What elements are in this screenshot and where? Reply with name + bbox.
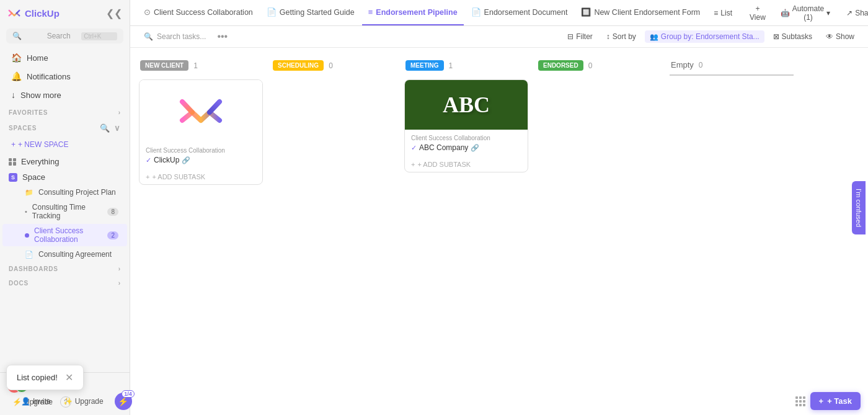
dashboards-chevron: › [118,266,121,272]
sidebar-item-space[interactable]: S Space [0,169,130,185]
filter-label: Filter [576,32,593,41]
link-icon: 🔗 [182,156,190,164]
sidebar-item-consulting-agreement[interactable]: 📄 Consulting Agreement [2,248,127,261]
plus-icon: + [11,140,16,149]
tab-label: Endorsement Document [484,8,568,17]
search-shortcut: Ctrl+K [81,32,117,40]
tab-endorsement-document[interactable]: 📄 Endorsement Document [465,0,574,25]
eye-icon: 👁 [826,32,833,41]
search-icon: 🔍 [12,32,43,40]
form-icon: 🔲 [581,7,591,17]
app-logo[interactable]: ClickUp [7,6,60,20]
spaces-search-icon[interactable]: 🔍 [100,123,110,133]
add-subtask-clickup[interactable]: + + ADD SUBTASK [140,169,262,184]
tab-client-success-collaboration[interactable]: ⊙ Client Success Collaboration [138,0,259,25]
bottom-left: 👤 Invite ✨ Upgrade ⚡ 1/4 [7,393,132,410]
sidebar-collapse-button[interactable]: ❮❮ [106,7,122,19]
filter-button[interactable]: ⊟ Filter [562,30,598,43]
search-tasks-input[interactable]: 🔍 Search tasks... [139,30,211,43]
docs-section[interactable]: DOCS › [0,276,130,290]
tab-endorsement-pipeline[interactable]: ≡ Endorsement Pipeline [362,0,464,25]
show-button[interactable]: 👁 Show [821,30,859,43]
client-success-count: 2 [107,231,118,239]
tab-new-client-endorsement-form[interactable]: 🔲 New Client Endorsement Form [575,0,706,25]
search-placeholder: Search [47,32,78,40]
column-count-endorsed: 0 [588,61,593,70]
sidebar-item-consulting-time-tracking[interactable]: • Consulting Time Tracking 8 [2,200,127,223]
card-image-clickup [140,80,262,142]
bottom-right: + + Task [795,392,861,410]
tab-getting-started-guide[interactable]: 📄 Getting Started Guide [260,0,361,25]
group-by-button[interactable]: 👥 Group by: Endorsement Sta... [645,30,764,43]
circle-dot-icon: ⊙ [144,7,151,17]
bottom-invite-button[interactable]: 👤 Invite [16,395,56,408]
add-task-button[interactable]: + + Task [810,392,861,410]
logo-text: ClickUp [25,8,60,19]
new-space-button[interactable]: + + NEW SPACE [6,138,123,151]
add-task-label: + Task [827,396,852,406]
add-subtask-abc[interactable]: + + ADD SUBTASK [405,157,528,172]
tab-label: Getting Started Guide [280,8,355,17]
feedback-tab[interactable]: I'm confused [852,181,866,234]
doc-icon: 📄 [25,251,33,259]
show-label: Show [836,32,854,41]
bottom-upgrade-label: Upgrade [75,397,104,406]
bolt-button[interactable]: ⚡ 1/4 [115,393,132,410]
list-button[interactable]: ≡ List [709,6,737,20]
column-endorsed: ENDORSED 0 [537,56,661,406]
favorites-section-header: FAVORITES › [0,104,130,118]
view-label: + View [750,4,766,22]
empty-column-label: Empty [671,60,694,69]
grid-dots-button[interactable] [795,396,805,406]
card-title-row-abc: ✓ ABC Company 🔗 [411,143,521,152]
feedback-label: I'm confused [855,188,862,226]
sidebar-item-consulting-project-plan[interactable]: 📁 Consulting Project Plan [2,185,127,199]
subtasks-button[interactable]: ⊠ Subtasks [768,30,817,43]
toast-close-button[interactable]: ✕ [65,372,73,383]
toast-notification: List copied! ✕ [6,365,84,390]
more-options-button[interactable]: ••• [215,31,230,42]
add-icon: + [146,173,149,181]
sidebar-item-everything[interactable]: Everything [0,154,130,169]
chevron-down-icon: ↓ [11,90,16,100]
column-content-new-client: Client Success Collaboration ✓ ClickUp 🔗… [139,79,263,185]
spaces-actions: 🔍 ∨ [100,123,121,133]
spaces-chevron[interactable]: ∨ [114,123,121,133]
column-new-client: NEW CLIENT 1 [139,56,263,406]
card-title-clickup: ClickUp [154,156,179,164]
share-button[interactable]: ↗ Share [840,6,868,20]
card-title-row-clickup: ✓ ClickUp 🔗 [146,156,256,164]
status-badge-endorsed: ENDORSED [538,60,583,71]
consulting-agreement-label: Consulting Agreement [38,250,112,259]
card-abc[interactable]: ABC Client Success Collaboration ✓ ABC C… [404,79,528,172]
tab-label: New Client Endorsement Form [594,8,700,17]
sidebar-search[interactable]: 🔍 Search Ctrl+K [6,29,123,43]
everything-label: Everything [21,157,59,166]
sort-icon: ↕ [606,32,610,41]
top-nav: ⊙ Client Success Collaboration 📄 Getting… [130,0,868,26]
sidebar-item-client-success[interactable]: Client Success Collaboration 2 [2,224,127,246]
add-icon: + [411,161,415,168]
sidebar-item-home[interactable]: 🏠 Home [2,49,127,66]
consulting-time-tracking-label: Consulting Time Tracking [32,203,103,220]
add-view-button[interactable]: + View [742,2,771,24]
card-clickup[interactable]: Client Success Collaboration ✓ ClickUp 🔗… [139,79,263,185]
favorites-chevron[interactable]: › [118,109,121,116]
sort-button[interactable]: ↕ Sort by [601,30,641,43]
search-tasks-placeholder: Search tasks... [157,32,206,41]
column-content-meeting: ABC Client Success Collaboration ✓ ABC C… [404,79,528,172]
folder-icon: 📁 [25,189,33,197]
sidebar-item-show-more[interactable]: ↓ Show more [2,86,127,104]
client-success-label: Client Success Collaboration [34,226,102,244]
column-header-endorsed: ENDORSED 0 [537,56,661,74]
sidebar-item-notifications[interactable]: 🔔 Notifications [2,68,127,85]
automate-button[interactable]: 🤖 Automate (1) ▾ [776,2,835,24]
add-subtask-label: + ADD SUBTASK [152,173,205,181]
bottom-upgrade-button[interactable]: ✨ Upgrade [58,395,108,408]
robot-icon: 🤖 [781,9,790,17]
check-icon: ✓ [411,144,417,152]
notifications-label: Notifications [27,72,71,81]
subtasks-label: Subtasks [782,32,812,41]
dashboards-label: DASHBOARDS [9,266,58,272]
dashboards-section[interactable]: DASHBOARDS › [0,262,130,276]
